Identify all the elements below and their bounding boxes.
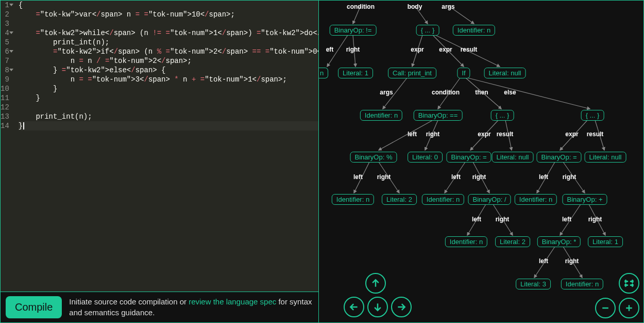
ast-canvas[interactable]: BinaryOp: !={ ... }Identifier: nnLiteral…	[319, 1, 643, 322]
ast-edge-label: condition	[432, 89, 460, 96]
zoom-out-button[interactable]	[595, 298, 616, 318]
ast-edge-label: result	[461, 46, 478, 53]
ast-node[interactable]: Identifier: n	[422, 194, 464, 205]
footer-text: Initiate source code compilation or revi…	[69, 297, 313, 318]
footer-bar: Compile Initiate source code compilation…	[1, 292, 318, 322]
ast-node[interactable]: BinaryOp: /	[468, 194, 511, 205]
ast-node[interactable]: BinaryOp: %	[350, 152, 397, 163]
spec-link[interactable]: review the language spec	[189, 297, 276, 306]
code-area[interactable]: { ="tok-kw">var</span> n = ="tok-num">10…	[15, 1, 318, 292]
ast-node[interactable]: If	[457, 68, 470, 78]
ast-edge-label: result	[587, 131, 604, 138]
ast-edge-label: right	[565, 257, 579, 265]
ast-edge-label: expr	[565, 131, 578, 138]
ast-edge-label: then	[475, 89, 488, 96]
ast-edge-label: left	[408, 131, 417, 138]
ast-edge-label: expr	[478, 131, 490, 138]
ast-edge-label: left	[472, 216, 481, 223]
ast-edge-label: left	[539, 173, 548, 181]
ast-edge-label: args	[442, 3, 454, 10]
ast-node[interactable]: Literal: 0	[408, 152, 443, 163]
ast-edge-label: right	[426, 131, 440, 138]
ast-node[interactable]: BinaryOp: +	[562, 194, 607, 205]
ast-node[interactable]: BinaryOp: ==	[414, 110, 463, 121]
ast-node[interactable]: n	[319, 68, 328, 78]
ast-edge-label: body	[408, 3, 422, 10]
ast-edge-label: expr	[439, 46, 452, 53]
ast-edge-label: right	[563, 173, 577, 181]
ast-node[interactable]: Literal: null	[585, 152, 626, 163]
ast-edge-label: right	[588, 216, 602, 223]
compile-button[interactable]: Compile	[6, 296, 62, 318]
ast-node[interactable]: Identifier: n	[453, 25, 495, 36]
ast-node[interactable]: Literal: 2	[382, 194, 417, 205]
ast-node[interactable]: Identifier: n	[445, 236, 487, 247]
pan-down-button[interactable]	[367, 297, 388, 317]
ast-node[interactable]: Identifier: n	[332, 194, 374, 205]
ast-edge-label: left	[451, 173, 461, 181]
ast-edge-label: condition	[347, 3, 375, 10]
svg-line-12	[379, 120, 433, 150]
ast-edge-label: right	[472, 173, 486, 181]
ast-edge-label: result	[497, 131, 514, 138]
ast-edge-label: expr	[411, 46, 423, 53]
ast-node[interactable]: Identifier: n	[561, 279, 603, 289]
ast-edge-label: else	[504, 89, 516, 96]
pan-up-button[interactable]	[365, 273, 386, 294]
zoom-in-button[interactable]	[619, 298, 639, 318]
ast-node[interactable]: { ... }	[581, 110, 604, 121]
ast-node[interactable]: { ... }	[416, 25, 439, 36]
ast-node[interactable]: BinaryOp: !=	[330, 25, 377, 36]
fit-view-button[interactable]	[619, 273, 639, 294]
ast-node[interactable]: Literal: null	[492, 152, 534, 163]
ast-node[interactable]: { ... }	[491, 110, 514, 121]
pan-left-button[interactable]	[344, 297, 364, 317]
ast-node[interactable]: Literal: 1	[338, 68, 373, 78]
ast-edge-label: left	[353, 173, 363, 181]
ast-edge-label: right	[377, 173, 391, 181]
ast-edge-label: eft	[326, 46, 334, 53]
line-gutter: 1234567891011121314	[1, 1, 15, 292]
ast-edge-label: left	[539, 257, 548, 265]
ast-edge-label: right	[496, 216, 510, 223]
footer-text-pre: Initiate source code compilation or	[69, 297, 189, 306]
ast-edge-label: left	[562, 216, 571, 223]
editor-pane: 1234567891011121314 { ="tok-kw">var</spa…	[1, 1, 319, 322]
ast-node[interactable]: Call: print_int	[388, 68, 436, 78]
pan-right-button[interactable]	[391, 297, 412, 317]
ast-node[interactable]: Identifier: n	[515, 194, 557, 205]
ast-node[interactable]: Literal: 3	[516, 279, 551, 289]
ast-node[interactable]: Literal: null	[484, 68, 526, 78]
ast-edge-label: right	[346, 46, 360, 53]
code-editor[interactable]: 1234567891011121314 { ="tok-kw">var</spa…	[1, 1, 318, 292]
ast-pane[interactable]: BinaryOp: !={ ... }Identifier: nnLiteral…	[319, 1, 643, 322]
ast-node[interactable]: BinaryOp: *	[537, 236, 581, 247]
ast-node[interactable]: Literal: 1	[588, 236, 623, 247]
ast-edge-label: args	[380, 89, 393, 96]
ast-node[interactable]: Identifier: n	[360, 110, 402, 121]
ast-node[interactable]: BinaryOp: =	[536, 152, 581, 163]
ast-node[interactable]: BinaryOp: =	[446, 152, 491, 163]
ast-node[interactable]: Literal: 2	[495, 236, 530, 247]
